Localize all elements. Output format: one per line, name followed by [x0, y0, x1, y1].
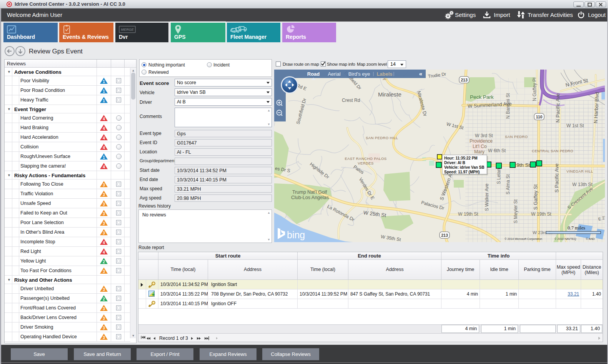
svg-text:9th St: 9th St — [516, 162, 530, 168]
svg-text:1: 1 — [103, 155, 105, 160]
svg-text:Club-Los Angelas: Club-Los Angelas — [291, 195, 329, 200]
svg-text:3: 3 — [103, 326, 105, 330]
svg-text:1: 1 — [103, 80, 105, 84]
svg-text:Peck Park: Peck Park — [470, 94, 494, 100]
svg-text:Lit'l Co: Lit'l Co — [473, 144, 487, 149]
svg-text:1: 1 — [103, 89, 105, 93]
svg-text:© 2010 NAVTEQ: © 2010 NAVTEQ — [555, 237, 576, 241]
svg-text:«: « — [419, 70, 422, 77]
svg-text:0.7 miles: 0.7 miles — [568, 225, 585, 231]
svg-text:4: 4 — [103, 250, 105, 254]
svg-text:Providence: Providence — [470, 138, 493, 144]
svg-text:MERGE: MERGE — [121, 28, 134, 32]
svg-text:S Gaffey St: S Gaffey St — [533, 184, 538, 210]
svg-text:3: 3 — [103, 307, 105, 311]
svg-text:3: 3 — [103, 221, 105, 226]
svg-text:2: 2 — [103, 260, 105, 264]
svg-text:Speed: 11.97 (MPH): Speed: 11.97 (MPH) — [444, 170, 480, 174]
svg-text:Driver: Al B: Driver: Al B — [444, 161, 465, 165]
svg-text:4: 4 — [103, 165, 105, 169]
svg-text:S Meyler St: S Meyler St — [513, 199, 518, 223]
svg-text:3: 3 — [103, 288, 105, 292]
svg-text:bing: bing — [287, 229, 305, 240]
svg-text:S Leland: S Leland — [496, 166, 501, 184]
svg-text:Road: Road — [307, 71, 320, 77]
svg-text:3: 3 — [103, 269, 105, 274]
svg-text:3: 3 — [103, 231, 105, 235]
svg-text:Crest Rd: Crest Rd — [342, 98, 360, 103]
svg-text:Vehicle: idrive Van SB: Vehicle: idrive Van SB — [444, 165, 485, 170]
svg-text:Labels: Labels — [376, 71, 392, 77]
svg-text:© AND: © AND — [586, 237, 595, 241]
svg-text:W 1st St: W 1st St — [566, 123, 584, 128]
svg-text:3: 3 — [103, 316, 105, 321]
svg-text:VERDES: VERDES — [358, 161, 373, 165]
svg-text:4: 4 — [103, 136, 105, 140]
svg-text:3: 3 — [103, 202, 105, 206]
svg-text:Hour: 11:35:22 PM: Hour: 11:35:22 PM — [444, 156, 478, 160]
svg-text:S Alma St: S Alma St — [505, 174, 511, 194]
svg-text:Miraleste: Miraleste — [378, 91, 401, 98]
svg-text:S Pacific Ave: S Pacific Ave — [554, 163, 560, 193]
svg-text:Bird's eye: Bird's eye — [348, 71, 370, 77]
svg-text:4: 4 — [103, 117, 105, 121]
svg-text:2: 2 — [103, 297, 105, 301]
svg-text:3: 3 — [103, 212, 105, 216]
svg-text:W 19th St: W 19th St — [458, 211, 478, 217]
svg-text:4: 4 — [103, 241, 105, 245]
svg-text:W 19th St: W 19th St — [531, 211, 551, 217]
svg-text:110: 110 — [536, 115, 543, 119]
svg-text:SAN PEDRO: SAN PEDRO — [505, 135, 528, 139]
svg-text:213: 213 — [461, 78, 468, 82]
svg-text:Aerial: Aerial — [328, 71, 340, 77]
svg-text:CENTRAL SAN PEDRO: CENTRAL SAN PEDRO — [532, 149, 573, 153]
svg-text:N Gaffey Pl: N Gaffey Pl — [532, 78, 537, 101]
svg-text:EAST RANCHO PALOS: EAST RANCHO PALOS — [345, 156, 387, 161]
svg-text:W 6th St: W 6th St — [488, 148, 506, 153]
svg-text:3: 3 — [103, 193, 105, 197]
svg-text:Record 1 of 3: Record 1 of 3 — [159, 336, 188, 341]
svg-text:© 2014 Microsoft Corporation: © 2014 Microsoft Corporation — [505, 237, 542, 241]
svg-text:W 3rd St: W 3rd St — [475, 133, 493, 138]
svg-text:213: 213 — [441, 233, 448, 238]
svg-text:VINEGAR HILL: VINEGAR HILL — [566, 169, 593, 173]
svg-text:Mary: Mary — [474, 149, 485, 155]
svg-text:N Pacific Ave: N Pacific Ave — [555, 93, 561, 123]
svg-text:Trump Nat'l Golf: Trump Nat'l Golf — [292, 189, 327, 195]
svg-text:4: 4 — [103, 146, 105, 150]
svg-text:1: 1 — [103, 99, 105, 103]
svg-text:4: 4 — [103, 126, 105, 131]
svg-text:SAN PEDRO HILL: SAN PEDRO HILL — [366, 136, 398, 140]
svg-text:S Walker Ave: S Walker Ave — [484, 183, 490, 211]
svg-text:3: 3 — [103, 336, 105, 340]
svg-text:3: 3 — [103, 183, 105, 187]
